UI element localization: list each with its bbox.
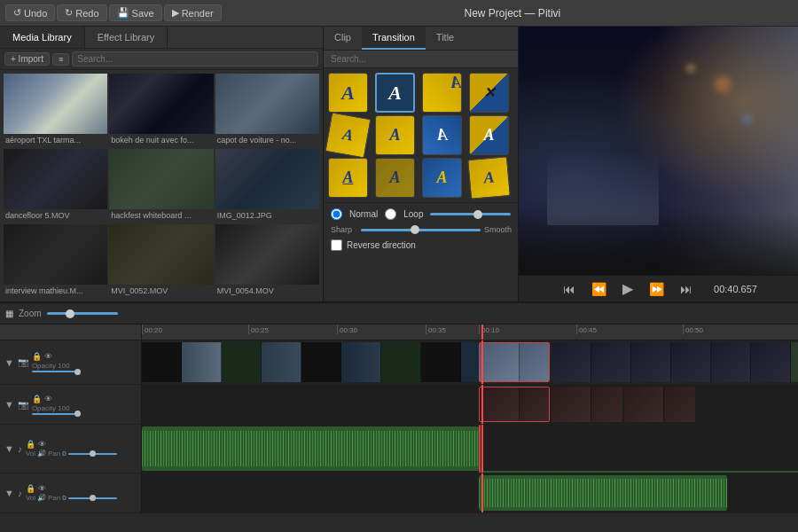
audio1-controls: 🔒 👁 Vol 🔊 Pan 0 bbox=[26, 440, 117, 458]
video-clip-1[interactable] bbox=[142, 342, 479, 382]
render-icon: ▶ bbox=[172, 7, 179, 19]
transition-item-9[interactable]: A bbox=[328, 158, 368, 198]
video2-lock-icon: 🔒 bbox=[32, 395, 42, 403]
timeline-tracks: 00:20 00:25 00:30 00:35 00:10 00:45 00:5… bbox=[142, 325, 798, 513]
loop-label: Loop bbox=[403, 209, 423, 219]
video1-opacity-slider[interactable] bbox=[32, 371, 81, 372]
video-clip-hands-2[interactable] bbox=[552, 387, 622, 422]
media-item-6[interactable]: IMG_0012.JPG bbox=[215, 149, 319, 223]
media-item-4[interactable]: dancefloor 5.MOV bbox=[4, 149, 107, 223]
media-item-1[interactable]: aéroport TXL tarma... bbox=[4, 74, 107, 147]
save-button[interactable]: 💾 Save bbox=[109, 4, 162, 21]
transition-item-4[interactable]: ✕ bbox=[469, 73, 509, 113]
zoom-label: Zoom bbox=[19, 309, 42, 318]
video-clip-hands-1[interactable] bbox=[479, 387, 550, 422]
skip-to-start-button[interactable]: ⏮ bbox=[559, 280, 579, 298]
media-thumb-2 bbox=[109, 74, 213, 134]
skip-to-end-button[interactable]: ⏭ bbox=[677, 280, 696, 298]
playback-time: 00:40.657 bbox=[714, 284, 757, 294]
track-label-audio2: ▼ ♪ 🔒 👁 Vol 🔊 Pan 0 bbox=[0, 473, 141, 513]
reverse-row: Reverse direction bbox=[331, 239, 511, 251]
tab-media-library[interactable]: Media Library bbox=[0, 27, 85, 48]
media-item-8[interactable]: MVI_0052.MOV bbox=[109, 224, 213, 298]
time-ruler: 00:20 00:25 00:30 00:35 00:10 00:45 00:5… bbox=[142, 325, 798, 340]
video-clip-2[interactable] bbox=[552, 342, 798, 382]
tick-25: 00:25 bbox=[248, 325, 269, 334]
reverse-checkbox[interactable] bbox=[331, 239, 342, 251]
fast-forward-button[interactable]: ⏩ bbox=[645, 280, 668, 298]
tab-title[interactable]: Title bbox=[426, 27, 465, 50]
media-item-2[interactable]: bokeh de nuit avec fo... bbox=[109, 74, 213, 147]
tick-50: 00:50 bbox=[683, 325, 703, 334]
reverse-label: Reverse direction bbox=[347, 240, 416, 250]
transition-item-12[interactable]: A bbox=[467, 156, 511, 200]
redo-button[interactable]: ↻ Redo bbox=[57, 4, 106, 21]
app-title: New Project — Pitivi bbox=[227, 7, 798, 20]
undo-button[interactable]: ↺ Undo bbox=[5, 4, 55, 21]
pan1-value: 0 bbox=[62, 450, 66, 458]
titlebar: ↺ Undo ↻ Redo 💾 Save ▶ Render New Projec… bbox=[0, 0, 798, 27]
audio1-speaker-icon: 🔊 bbox=[37, 450, 46, 458]
media-item-7[interactable]: interview mathieu.M... bbox=[4, 224, 107, 298]
audio2-eye-icon: 👁 bbox=[38, 484, 46, 493]
import-button[interactable]: + Import bbox=[4, 52, 50, 66]
audio-clip-1[interactable] bbox=[142, 426, 479, 471]
audio2-vol-slider[interactable] bbox=[68, 497, 117, 499]
zoom-slider[interactable] bbox=[47, 312, 118, 315]
audio2-icon: ▼ bbox=[4, 488, 14, 498]
preview-area bbox=[519, 27, 798, 275]
video-track-1 bbox=[142, 340, 798, 385]
rewind-button[interactable]: ⏪ bbox=[588, 280, 610, 298]
timeline-area: ▦ Zoom ▼ 📷 🔒 👁 Opacity 100 bbox=[0, 301, 798, 513]
tab-clip[interactable]: Clip bbox=[324, 27, 362, 50]
transition-item-8[interactable]: A bbox=[469, 115, 509, 155]
transition-item-1[interactable]: A bbox=[328, 73, 368, 113]
transition-search-input[interactable] bbox=[324, 51, 518, 68]
audio1-vol-slider[interactable] bbox=[68, 453, 117, 455]
transition-item-5[interactable]: A bbox=[325, 112, 371, 158]
save-icon: 💾 bbox=[117, 7, 129, 19]
mode-radio-row: Normal Loop bbox=[331, 208, 511, 220]
audio-track-1 bbox=[142, 425, 798, 473]
video2-eye-icon: 👁 bbox=[44, 395, 52, 403]
clip-tabs: Clip Transition Title bbox=[324, 27, 518, 51]
loop-radio[interactable] bbox=[385, 208, 396, 220]
transition-item-2[interactable]: A bbox=[375, 73, 415, 113]
sharpness-slider[interactable] bbox=[361, 229, 481, 231]
media-thumb-1 bbox=[4, 74, 107, 134]
video2-opacity-slider[interactable] bbox=[32, 413, 81, 415]
pan2-value: 0 bbox=[62, 494, 66, 502]
transition-item-6[interactable]: A bbox=[375, 115, 415, 155]
media-item-9[interactable]: MVI_0054.MOV bbox=[215, 224, 319, 298]
audio1-music-icon: ♪ bbox=[18, 444, 22, 454]
media-item-3[interactable]: capot de voiture - no... bbox=[215, 74, 319, 147]
transition-item-11[interactable]: A bbox=[422, 158, 462, 198]
library-tabs: Media Library Effect Library bbox=[0, 27, 323, 49]
tab-transition[interactable]: Transition bbox=[362, 27, 426, 50]
render-button[interactable]: ▶ Render bbox=[164, 4, 222, 21]
media-item-5[interactable]: hackfest whiteboard ... bbox=[109, 149, 213, 223]
video2-controls: 🔒 👁 Opacity 100 bbox=[32, 395, 81, 415]
media-search-input[interactable] bbox=[72, 51, 318, 66]
media-thumb-7 bbox=[4, 224, 107, 285]
playhead[interactable] bbox=[481, 325, 483, 340]
normal-radio[interactable] bbox=[331, 208, 342, 220]
list-view-button[interactable]: ≡ bbox=[52, 53, 69, 66]
tick-0: 00:20 bbox=[142, 325, 162, 334]
loop-slider[interactable] bbox=[430, 213, 511, 215]
media-label-9: MVI_0054.MOV bbox=[215, 285, 319, 297]
audio1-lock-icon: 🔒 bbox=[26, 440, 35, 449]
tick-30: 00:30 bbox=[337, 325, 357, 334]
track-label-video2: ▼ 📷 🔒 👁 Opacity 100 bbox=[0, 385, 141, 425]
video-clip-airport[interactable] bbox=[479, 342, 550, 382]
audio-clip-3[interactable] bbox=[479, 475, 727, 511]
tab-effect-library[interactable]: Effect Library bbox=[85, 27, 168, 48]
play-button[interactable]: ▶ bbox=[619, 278, 637, 299]
vol2-label: Vol bbox=[26, 494, 35, 502]
undo-icon: ↺ bbox=[13, 7, 21, 19]
transition-item-10[interactable]: A bbox=[375, 158, 415, 198]
transition-item-7[interactable]: A bbox=[422, 115, 462, 155]
video-clip-hands-3[interactable] bbox=[624, 387, 695, 422]
transition-item-3[interactable]: A bbox=[422, 73, 462, 113]
library-toolbar: + Import ≡ bbox=[0, 49, 323, 70]
